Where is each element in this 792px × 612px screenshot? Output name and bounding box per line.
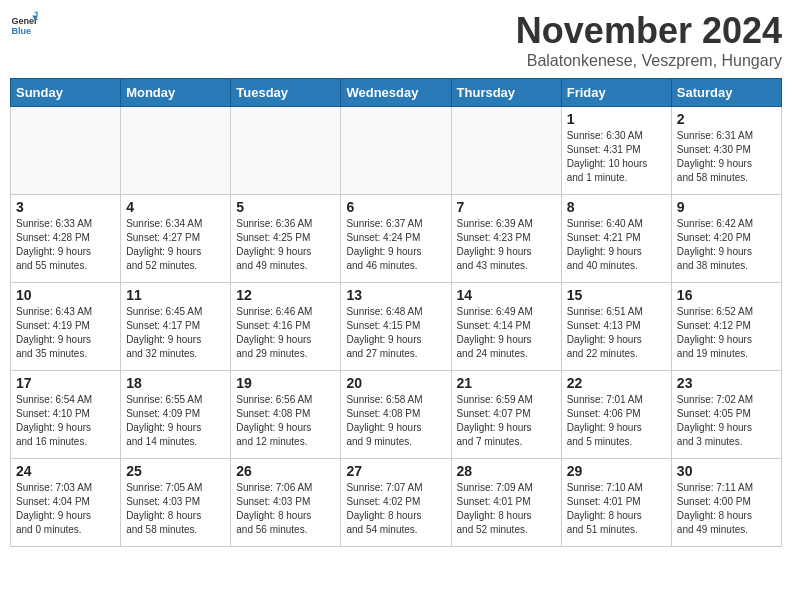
logo-icon: General Blue (10, 10, 38, 38)
day-number: 15 (567, 287, 666, 303)
day-info: Sunrise: 6:34 AM Sunset: 4:27 PM Dayligh… (126, 217, 225, 273)
day-number: 13 (346, 287, 445, 303)
calendar-cell: 20Sunrise: 6:58 AM Sunset: 4:08 PM Dayli… (341, 371, 451, 459)
calendar-cell: 25Sunrise: 7:05 AM Sunset: 4:03 PM Dayli… (121, 459, 231, 547)
calendar-cell: 13Sunrise: 6:48 AM Sunset: 4:15 PM Dayli… (341, 283, 451, 371)
day-info: Sunrise: 6:31 AM Sunset: 4:30 PM Dayligh… (677, 129, 776, 185)
weekday-header-saturday: Saturday (671, 79, 781, 107)
calendar-cell: 23Sunrise: 7:02 AM Sunset: 4:05 PM Dayli… (671, 371, 781, 459)
calendar-cell: 30Sunrise: 7:11 AM Sunset: 4:00 PM Dayli… (671, 459, 781, 547)
calendar-cell: 1Sunrise: 6:30 AM Sunset: 4:31 PM Daylig… (561, 107, 671, 195)
calendar-cell (451, 107, 561, 195)
day-info: Sunrise: 6:55 AM Sunset: 4:09 PM Dayligh… (126, 393, 225, 449)
month-title: November 2024 (516, 10, 782, 52)
day-info: Sunrise: 6:40 AM Sunset: 4:21 PM Dayligh… (567, 217, 666, 273)
day-number: 23 (677, 375, 776, 391)
calendar-cell: 2Sunrise: 6:31 AM Sunset: 4:30 PM Daylig… (671, 107, 781, 195)
day-info: Sunrise: 6:52 AM Sunset: 4:12 PM Dayligh… (677, 305, 776, 361)
calendar-cell: 5Sunrise: 6:36 AM Sunset: 4:25 PM Daylig… (231, 195, 341, 283)
location-title: Balatonkenese, Veszprem, Hungary (516, 52, 782, 70)
calendar-cell (121, 107, 231, 195)
day-number: 21 (457, 375, 556, 391)
day-number: 11 (126, 287, 225, 303)
day-info: Sunrise: 7:06 AM Sunset: 4:03 PM Dayligh… (236, 481, 335, 537)
day-info: Sunrise: 6:45 AM Sunset: 4:17 PM Dayligh… (126, 305, 225, 361)
calendar-cell: 7Sunrise: 6:39 AM Sunset: 4:23 PM Daylig… (451, 195, 561, 283)
calendar-cell: 27Sunrise: 7:07 AM Sunset: 4:02 PM Dayli… (341, 459, 451, 547)
calendar-cell: 11Sunrise: 6:45 AM Sunset: 4:17 PM Dayli… (121, 283, 231, 371)
day-info: Sunrise: 7:02 AM Sunset: 4:05 PM Dayligh… (677, 393, 776, 449)
day-number: 1 (567, 111, 666, 127)
day-info: Sunrise: 6:42 AM Sunset: 4:20 PM Dayligh… (677, 217, 776, 273)
day-number: 14 (457, 287, 556, 303)
day-number: 4 (126, 199, 225, 215)
week-row-3: 10Sunrise: 6:43 AM Sunset: 4:19 PM Dayli… (11, 283, 782, 371)
day-info: Sunrise: 6:58 AM Sunset: 4:08 PM Dayligh… (346, 393, 445, 449)
day-number: 17 (16, 375, 115, 391)
day-number: 26 (236, 463, 335, 479)
day-number: 6 (346, 199, 445, 215)
day-number: 28 (457, 463, 556, 479)
day-info: Sunrise: 6:54 AM Sunset: 4:10 PM Dayligh… (16, 393, 115, 449)
weekday-header-friday: Friday (561, 79, 671, 107)
day-info: Sunrise: 7:11 AM Sunset: 4:00 PM Dayligh… (677, 481, 776, 537)
day-info: Sunrise: 7:01 AM Sunset: 4:06 PM Dayligh… (567, 393, 666, 449)
week-row-4: 17Sunrise: 6:54 AM Sunset: 4:10 PM Dayli… (11, 371, 782, 459)
calendar-cell: 12Sunrise: 6:46 AM Sunset: 4:16 PM Dayli… (231, 283, 341, 371)
day-info: Sunrise: 6:37 AM Sunset: 4:24 PM Dayligh… (346, 217, 445, 273)
calendar-cell: 17Sunrise: 6:54 AM Sunset: 4:10 PM Dayli… (11, 371, 121, 459)
weekday-header-monday: Monday (121, 79, 231, 107)
day-info: Sunrise: 7:05 AM Sunset: 4:03 PM Dayligh… (126, 481, 225, 537)
day-info: Sunrise: 6:46 AM Sunset: 4:16 PM Dayligh… (236, 305, 335, 361)
calendar-cell: 29Sunrise: 7:10 AM Sunset: 4:01 PM Dayli… (561, 459, 671, 547)
day-number: 10 (16, 287, 115, 303)
calendar-cell: 3Sunrise: 6:33 AM Sunset: 4:28 PM Daylig… (11, 195, 121, 283)
day-info: Sunrise: 6:56 AM Sunset: 4:08 PM Dayligh… (236, 393, 335, 449)
week-row-2: 3Sunrise: 6:33 AM Sunset: 4:28 PM Daylig… (11, 195, 782, 283)
day-number: 2 (677, 111, 776, 127)
calendar-cell (11, 107, 121, 195)
calendar-cell: 4Sunrise: 6:34 AM Sunset: 4:27 PM Daylig… (121, 195, 231, 283)
calendar-cell: 10Sunrise: 6:43 AM Sunset: 4:19 PM Dayli… (11, 283, 121, 371)
day-info: Sunrise: 6:33 AM Sunset: 4:28 PM Dayligh… (16, 217, 115, 273)
calendar-cell: 16Sunrise: 6:52 AM Sunset: 4:12 PM Dayli… (671, 283, 781, 371)
day-info: Sunrise: 7:03 AM Sunset: 4:04 PM Dayligh… (16, 481, 115, 537)
day-info: Sunrise: 7:09 AM Sunset: 4:01 PM Dayligh… (457, 481, 556, 537)
day-number: 18 (126, 375, 225, 391)
day-number: 22 (567, 375, 666, 391)
day-info: Sunrise: 7:07 AM Sunset: 4:02 PM Dayligh… (346, 481, 445, 537)
day-number: 7 (457, 199, 556, 215)
day-info: Sunrise: 6:59 AM Sunset: 4:07 PM Dayligh… (457, 393, 556, 449)
day-info: Sunrise: 6:51 AM Sunset: 4:13 PM Dayligh… (567, 305, 666, 361)
weekday-header-row: SundayMondayTuesdayWednesdayThursdayFrid… (11, 79, 782, 107)
week-row-5: 24Sunrise: 7:03 AM Sunset: 4:04 PM Dayli… (11, 459, 782, 547)
day-number: 3 (16, 199, 115, 215)
day-info: Sunrise: 6:36 AM Sunset: 4:25 PM Dayligh… (236, 217, 335, 273)
calendar-cell: 8Sunrise: 6:40 AM Sunset: 4:21 PM Daylig… (561, 195, 671, 283)
weekday-header-tuesday: Tuesday (231, 79, 341, 107)
header: General Blue November 2024 Balatonkenese… (10, 10, 782, 70)
week-row-1: 1Sunrise: 6:30 AM Sunset: 4:31 PM Daylig… (11, 107, 782, 195)
calendar-cell: 9Sunrise: 6:42 AM Sunset: 4:20 PM Daylig… (671, 195, 781, 283)
day-number: 20 (346, 375, 445, 391)
calendar-cell: 18Sunrise: 6:55 AM Sunset: 4:09 PM Dayli… (121, 371, 231, 459)
weekday-header-sunday: Sunday (11, 79, 121, 107)
calendar-cell: 19Sunrise: 6:56 AM Sunset: 4:08 PM Dayli… (231, 371, 341, 459)
calendar-cell: 24Sunrise: 7:03 AM Sunset: 4:04 PM Dayli… (11, 459, 121, 547)
weekday-header-wednesday: Wednesday (341, 79, 451, 107)
calendar-table: SundayMondayTuesdayWednesdayThursdayFrid… (10, 78, 782, 547)
day-info: Sunrise: 6:30 AM Sunset: 4:31 PM Dayligh… (567, 129, 666, 185)
calendar-cell: 28Sunrise: 7:09 AM Sunset: 4:01 PM Dayli… (451, 459, 561, 547)
day-number: 25 (126, 463, 225, 479)
day-info: Sunrise: 6:48 AM Sunset: 4:15 PM Dayligh… (346, 305, 445, 361)
day-number: 30 (677, 463, 776, 479)
calendar-cell: 6Sunrise: 6:37 AM Sunset: 4:24 PM Daylig… (341, 195, 451, 283)
day-number: 29 (567, 463, 666, 479)
logo: General Blue (10, 10, 38, 38)
calendar-cell: 14Sunrise: 6:49 AM Sunset: 4:14 PM Dayli… (451, 283, 561, 371)
day-number: 16 (677, 287, 776, 303)
calendar-cell: 21Sunrise: 6:59 AM Sunset: 4:07 PM Dayli… (451, 371, 561, 459)
day-number: 19 (236, 375, 335, 391)
calendar-cell: 15Sunrise: 6:51 AM Sunset: 4:13 PM Dayli… (561, 283, 671, 371)
weekday-header-thursday: Thursday (451, 79, 561, 107)
